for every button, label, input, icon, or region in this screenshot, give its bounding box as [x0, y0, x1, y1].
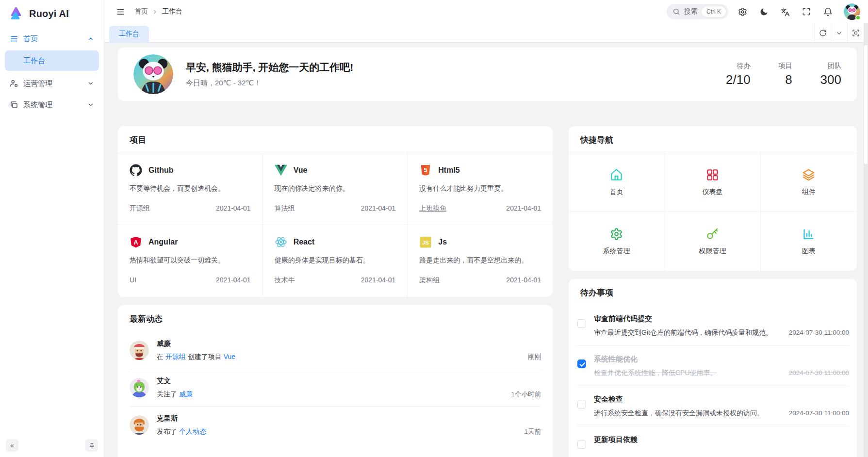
project-date: 2021-04-01	[506, 204, 541, 213]
bell-icon[interactable]	[820, 4, 835, 19]
projects-card: 项目 Github 不要等待机会，而要创造机会。	[118, 126, 553, 297]
breadcrumb: 首页 工作台	[134, 7, 182, 16]
chevron-down-icon	[87, 80, 94, 87]
activity-item: 艾文 关注了 威廉 1个小时前	[130, 369, 541, 406]
tab-bar: 工作台	[104, 23, 868, 43]
tab-workbench[interactable]: 工作台	[109, 26, 149, 42]
quick-nav-home[interactable]: 首页	[569, 153, 665, 212]
todo-checkbox[interactable]	[577, 400, 586, 408]
todo-item: 系统性能优化 检查并优化系统性能，降低CPU使用率。 2024-07-30 11…	[576, 345, 849, 386]
activity-text: 创建了项目	[186, 353, 224, 361]
sidebar-item-home[interactable]: 首页	[5, 29, 99, 49]
sidebar-collapse-button[interactable]: «	[6, 439, 18, 452]
quick-nav-dashboard[interactable]: 仪表盘	[665, 153, 761, 212]
stat-value: 300	[820, 72, 841, 87]
project-card-angular[interactable]: A Angular 热情和欲望可以突破一切难关。 UI 2021-04-01	[118, 225, 263, 297]
project-name: Js	[438, 238, 447, 246]
todo-checkbox-checked[interactable]	[577, 359, 586, 368]
search-input[interactable]: 搜索 Ctrl K	[667, 4, 728, 19]
chevron-up-icon	[87, 35, 94, 42]
activity-link[interactable]: 开源组	[165, 353, 186, 361]
sidebar-footer: «	[0, 434, 104, 457]
svg-text:5: 5	[424, 167, 427, 174]
vue-icon	[275, 164, 287, 177]
sidebar-item-operations[interactable]: 运营管理	[5, 74, 99, 93]
quick-nav-card: 快捷导航 首页	[569, 126, 857, 271]
project-card-html5[interactable]: 5 Html5 没有什么才能比努力更重要。 上班摸鱼 2021-04-01	[408, 153, 553, 225]
project-card-react[interactable]: React 健康的身体是实现目标的基石。 技术牛 2021-04-01	[263, 225, 408, 297]
activity-link[interactable]: Vue	[224, 353, 235, 361]
greeting-stats: 待办 2/10 项目 8 团队 300	[726, 62, 841, 87]
activity-user-name: 克里斯	[157, 414, 541, 423]
user-avatar[interactable]	[844, 3, 860, 20]
online-status-dot	[855, 15, 861, 20]
project-card-js[interactable]: JS Js 路是走出来的，而不是空想出来的。 架构组 2021-04-01	[408, 225, 553, 297]
chevron-right-icon	[152, 9, 158, 15]
quick-nav-components[interactable]: 组件	[761, 153, 857, 212]
hamburger-icon[interactable]	[113, 4, 128, 19]
sidebar-item-workbench[interactable]: 工作台	[5, 50, 99, 71]
chart-icon	[802, 228, 815, 241]
activity-link[interactable]: 威廉	[179, 390, 193, 399]
project-date: 2021-04-01	[361, 276, 396, 285]
maximize-content-icon[interactable]	[847, 23, 864, 43]
todo-list: 审查前端代码提交 审查最近提交到Git仓库的前端代码，确保代码质量和规范。 20…	[569, 306, 857, 457]
todo-card: 待办事项 审查前端代码提交 审查最近提交到Git仓库的前端代码，确保代码质量和规…	[569, 279, 857, 457]
todo-item-title: 安全检查	[594, 395, 849, 404]
project-card-vue[interactable]: Vue 现在的你决定将来的你。 算法组 2021-04-01	[263, 153, 408, 225]
sidebar-item-label: 系统管理	[23, 100, 52, 110]
scrollbar-thumb[interactable]	[864, 45, 868, 164]
header-actions: 搜索 Ctrl K	[667, 3, 860, 20]
chevron-down-icon[interactable]	[831, 23, 847, 43]
windows-icon	[10, 100, 18, 109]
quick-nav-system[interactable]: 系统管理	[569, 212, 665, 271]
stat-value: 2/10	[726, 72, 751, 87]
refresh-icon[interactable]	[814, 23, 831, 43]
project-date: 2021-04-01	[506, 276, 541, 285]
project-name: Html5	[438, 166, 459, 175]
pin-icon[interactable]	[85, 439, 98, 452]
todo-checkbox[interactable]	[577, 319, 586, 328]
quick-nav-grid: 首页 仪表盘	[569, 153, 857, 271]
todo-item-desc: 检查并优化系统性能，降低CPU使用率。	[594, 369, 782, 377]
project-card-github[interactable]: Github 不要等待机会，而要创造机会。 开源组 2021-04-01	[118, 153, 263, 225]
page-scrollbar[interactable]	[864, 23, 868, 457]
project-group[interactable]: 上班摸鱼	[419, 204, 446, 213]
greeting-subtitle: 今日晴，20℃ - 32℃！	[186, 79, 353, 88]
svg-text:JS: JS	[422, 240, 429, 245]
greeting-title: 早安, 熊猫助手, 开始您一天的工作吧!	[186, 61, 353, 74]
main-area: 首页 工作台 搜索 Ctrl K	[104, 0, 868, 457]
moon-icon[interactable]	[756, 4, 771, 19]
activity-time: 1个小时前	[511, 390, 541, 399]
chevron-down-icon	[87, 101, 94, 108]
search-shortcut-badge: Ctrl K	[702, 6, 726, 17]
project-desc: 不要等待机会，而要创造机会。	[130, 184, 251, 193]
stat-todo: 待办 2/10	[726, 62, 751, 87]
quick-nav-permissions[interactable]: 权限管理	[665, 212, 761, 271]
avatar-chris	[130, 415, 149, 435]
gear-icon[interactable]	[735, 4, 750, 19]
tab-actions	[814, 23, 864, 43]
quick-nav-label: 权限管理	[699, 247, 726, 256]
breadcrumb-root[interactable]: 首页	[134, 7, 148, 16]
todo-checkbox[interactable]	[577, 440, 586, 449]
todo-item-date: 2024-07-30 11:00:00	[789, 409, 849, 417]
activity-text: 在	[157, 353, 165, 361]
activity-text: 发布了	[157, 427, 179, 436]
stat-label: 团队	[820, 62, 841, 70]
app-logo[interactable]: Ruoyi AI	[0, 0, 104, 27]
logo-icon	[8, 5, 24, 22]
fullscreen-icon[interactable]	[799, 4, 814, 19]
project-group: 开源组	[130, 204, 150, 213]
todo-item: 更新项目依赖	[576, 426, 849, 457]
sidebar-item-label: 首页	[23, 34, 38, 44]
language-icon[interactable]	[778, 4, 792, 19]
activity-link[interactable]: 个人动态	[179, 427, 206, 436]
activity-item: 威廉 在 开源组 创建了项目 Vue 刚刚	[130, 332, 541, 369]
activity-list: 威廉 在 开源组 创建了项目 Vue 刚刚	[118, 332, 553, 443]
sidebar-item-system[interactable]: 系统管理	[5, 95, 99, 114]
angular-icon: A	[130, 236, 142, 248]
quick-nav-charts[interactable]: 图表	[761, 212, 857, 271]
activity-user-name: 艾文	[157, 376, 541, 386]
sidebar-item-label: 运营管理	[23, 79, 52, 88]
